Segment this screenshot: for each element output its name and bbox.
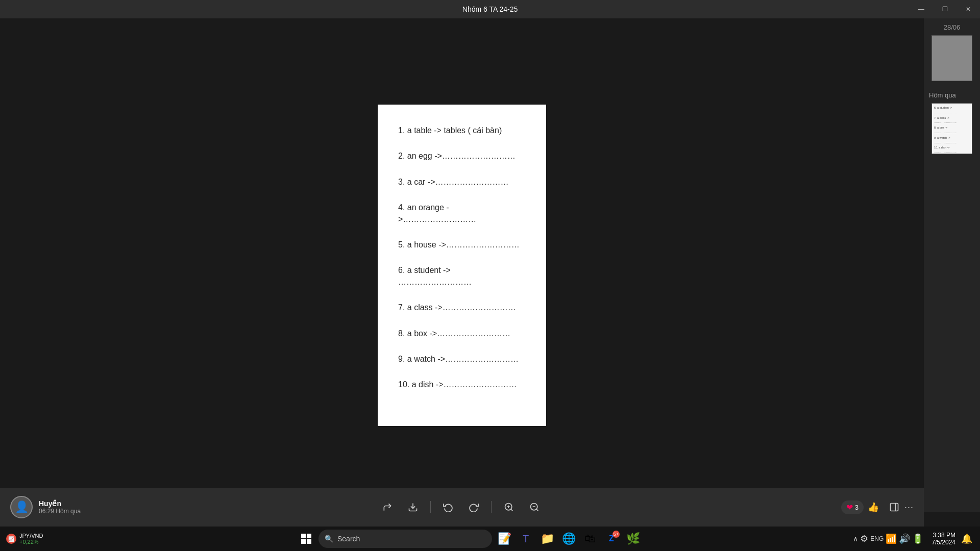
sidebar: 28/06 Hôm qua 6. a student -> …………………… 7… bbox=[924, 18, 980, 512]
maximize-button[interactable]: ❐ bbox=[933, 0, 957, 18]
volume-icon: 🔊 bbox=[899, 533, 910, 544]
doc-item-9: 9. a watch ->……………………… bbox=[398, 354, 526, 365]
teams-icon: T bbox=[523, 533, 529, 545]
heart-count: 3 bbox=[855, 504, 859, 511]
toolbar-more-buttons: ··· bbox=[889, 502, 914, 513]
taskbar-center: 🔍 Search 📝 T 📁 🌐 🛍 Z 5+ bbox=[118, 529, 821, 549]
edge-icon: 🌐 bbox=[562, 532, 576, 545]
taskbar-app-edge[interactable]: 🌐 bbox=[558, 529, 579, 549]
window-controls: — ❐ ✕ bbox=[910, 0, 980, 18]
toggle-panel-button[interactable] bbox=[889, 502, 899, 512]
system-tray: ∧ ⚙ ENG 📶 🔊 🔋 bbox=[853, 533, 923, 544]
user-info: Huyền 06:29 Hôm qua bbox=[39, 499, 81, 515]
notification-icon: 🔔 bbox=[961, 533, 972, 544]
sidebar-section-label: Hôm qua bbox=[929, 91, 956, 99]
doc-item-2: 2. an egg ->……………………… bbox=[398, 151, 526, 162]
taskbar-app-notepad[interactable]: 📝 bbox=[494, 529, 514, 549]
store-icon: 🛍 bbox=[584, 532, 596, 545]
stock-name: JPY/VND bbox=[19, 533, 43, 539]
svg-line-6 bbox=[536, 509, 538, 511]
toolbar-actions bbox=[81, 499, 841, 515]
doc-item-1: 1. a table -> tables ( cái bàn) bbox=[398, 125, 526, 136]
doc-item-4: 4. an orange ->……………………… bbox=[398, 202, 526, 225]
files-icon: 📁 bbox=[541, 532, 554, 545]
doc-item-3: 3. a car ->……………………… bbox=[398, 177, 526, 188]
taskbar-app-zalo[interactable]: Z 5+ bbox=[601, 529, 622, 549]
zalo-badge: 5+ bbox=[612, 531, 620, 538]
sidebar-thumbnail-28[interactable] bbox=[932, 35, 972, 81]
tray-chevron[interactable]: ∧ bbox=[853, 535, 858, 543]
download-button[interactable] bbox=[405, 499, 421, 515]
windows-logo bbox=[301, 534, 311, 544]
doc-item-5: 5. a house ->……………………… bbox=[398, 239, 526, 251]
taskbar-app-greens[interactable]: 🌿 bbox=[623, 529, 643, 549]
reaction-bar: ❤ 3 👍 bbox=[841, 500, 879, 514]
message-viewer: 1. a table -> tables ( cái bàn) 2. an eg… bbox=[0, 18, 924, 512]
share-button[interactable] bbox=[379, 499, 396, 515]
more-options-button[interactable]: ··· bbox=[904, 502, 914, 513]
user-name: Huyền bbox=[39, 499, 81, 508]
minimize-button[interactable]: — bbox=[910, 0, 933, 18]
taskbar-left: 📈 JPY/VND +0,22% bbox=[6, 533, 118, 545]
thumb-line-5: 10. a dish -> …………………… bbox=[934, 145, 970, 154]
thumb-line-4: 9. a watch -> …………………… bbox=[934, 136, 970, 145]
window-title: Nhóm 6 TA 24-25 bbox=[462, 5, 518, 13]
lang-indicator[interactable]: ENG bbox=[870, 535, 884, 542]
stock-widget: 📈 JPY/VND +0,22% bbox=[6, 533, 43, 545]
battery-icon: 🔋 bbox=[912, 533, 923, 544]
user-time: 06:29 Hôm qua bbox=[39, 508, 81, 515]
document-paper: 1. a table -> tables ( cái bàn) 2. an eg… bbox=[378, 105, 546, 426]
taskbar-app-teams[interactable]: T bbox=[516, 529, 536, 549]
svg-line-2 bbox=[511, 509, 513, 511]
doc-item-10: 10. a dish ->……………………… bbox=[398, 379, 526, 390]
heart-icon: ❤ bbox=[846, 503, 853, 512]
taskbar-app-files[interactable]: 📁 bbox=[537, 529, 557, 549]
user-avatar: 👤 bbox=[10, 496, 33, 518]
svg-rect-8 bbox=[890, 504, 898, 511]
tray-wifi-icon: ⚙ bbox=[860, 533, 868, 544]
toolbar-sep-2 bbox=[491, 501, 492, 513]
taskbar-apps: 📝 T 📁 🌐 🛍 Z 5+ 🌿 bbox=[494, 529, 643, 549]
title-bar: Nhóm 6 TA 24-25 — ❐ ✕ bbox=[0, 0, 980, 18]
stock-change: +0,22% bbox=[19, 539, 43, 545]
toolbar-sep-1 bbox=[430, 501, 431, 513]
thumb-line-1: 6. a student -> …………………… bbox=[934, 106, 970, 115]
notepad-icon: 📝 bbox=[498, 532, 511, 545]
greens-icon: 🌿 bbox=[626, 532, 640, 545]
taskbar: 📈 JPY/VND +0,22% 🔍 Search 📝 T bbox=[0, 527, 980, 551]
thumb-line-3: 8. a box -> …………………… bbox=[934, 126, 970, 135]
doc-item-7: 7. a class ->……………………… bbox=[398, 302, 526, 313]
search-text: Search bbox=[337, 535, 360, 543]
thumbs-up-button[interactable]: 👍 bbox=[868, 502, 879, 513]
taskbar-app-store[interactable]: 🛍 bbox=[580, 529, 600, 549]
clock-date: 7/5/2024 bbox=[932, 539, 955, 546]
close-button[interactable]: ✕ bbox=[957, 0, 980, 18]
stock-icon: 📈 bbox=[6, 534, 16, 544]
search-icon: 🔍 bbox=[325, 535, 333, 543]
notification-button[interactable]: 🔔 bbox=[960, 532, 974, 546]
zoom-out-button[interactable] bbox=[526, 499, 543, 515]
zoom-in-button[interactable] bbox=[501, 499, 517, 515]
start-button[interactable] bbox=[296, 529, 316, 549]
doc-item-6: 6. a student -> ……………………… bbox=[398, 265, 526, 288]
taskbar-right: ∧ ⚙ ENG 📶 🔊 🔋 3:38 PM 7/5/2024 🔔 bbox=[821, 532, 974, 546]
clock-time: 3:38 PM bbox=[933, 532, 955, 539]
sidebar-thumbnail-yesterday[interactable]: 6. a student -> …………………… 7. a class -> …… bbox=[932, 103, 972, 154]
redo-button[interactable] bbox=[465, 499, 482, 515]
clock[interactable]: 3:38 PM 7/5/2024 bbox=[927, 532, 955, 546]
wifi-icon: 📶 bbox=[886, 533, 897, 544]
message-toolbar: 👤 Huyền 06:29 Hôm qua bbox=[0, 488, 924, 527]
undo-button[interactable] bbox=[440, 499, 456, 515]
taskbar-search[interactable]: 🔍 Search bbox=[318, 530, 492, 548]
heart-reaction[interactable]: ❤ 3 bbox=[841, 500, 864, 514]
stock-info: JPY/VND +0,22% bbox=[19, 533, 43, 545]
doc-item-8: 8. a box ->……………………… bbox=[398, 328, 526, 339]
thumb-line-2: 7. a class -> …………………… bbox=[934, 116, 970, 125]
sidebar-date: 28/06 bbox=[944, 23, 961, 31]
